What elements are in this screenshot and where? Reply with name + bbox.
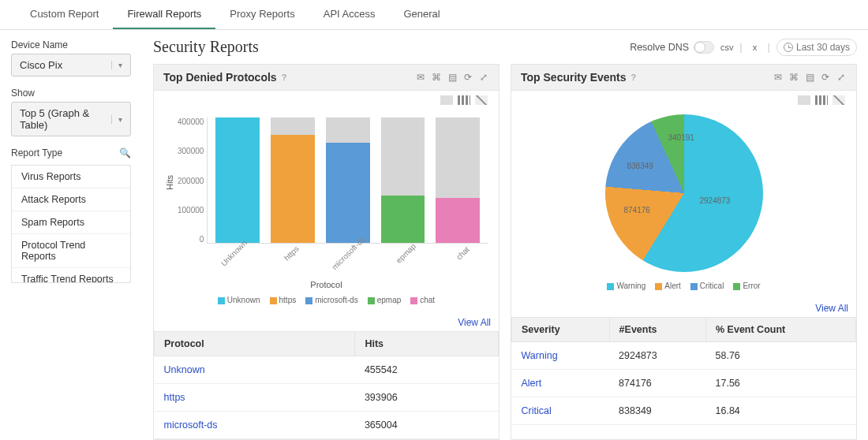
search-icon[interactable]: 🔍 — [119, 147, 131, 158]
severity-link[interactable]: Alert — [522, 378, 542, 389]
time-range-label: Last 30 days — [796, 42, 850, 53]
show-select[interactable]: Top 5 (Graph & Table) ▾ — [11, 102, 131, 136]
protocol-link[interactable]: https — [164, 392, 185, 403]
report-type-label: Report Type — [11, 147, 62, 158]
tab-general[interactable]: General — [389, 0, 454, 29]
chart-type-area-icon[interactable] — [798, 95, 810, 105]
header-right: Resolve DNS csv | x | Last 30 days — [630, 39, 857, 56]
card-security-events: Top Security Events ? ✉ ⌘ ▤ ⟳ ⤢ — [511, 64, 857, 440]
chart-type-line-icon[interactable] — [475, 95, 488, 105]
pie-slice-label: 2924873 — [700, 196, 731, 205]
show-label: Show — [11, 88, 131, 99]
separator: | — [768, 41, 770, 53]
schedule-icon[interactable]: ▤ — [447, 72, 458, 83]
protocol-link[interactable]: microsoft-ds — [164, 419, 218, 431]
chart-type-bar-icon[interactable] — [815, 95, 828, 105]
th-hits: Hits — [355, 332, 499, 356]
device-name-select[interactable]: Cisco Pix ▾ — [11, 54, 131, 76]
th-events: #Events — [609, 318, 705, 342]
hits-cell: 393906 — [355, 384, 499, 412]
tab-api-access[interactable]: API Access — [309, 0, 390, 29]
chart-type-line-icon[interactable] — [832, 95, 845, 105]
table-row: Warning292487358.76 — [512, 342, 856, 370]
expand-icon[interactable]: ⤢ — [478, 72, 489, 83]
time-range-picker[interactable]: Last 30 days — [776, 39, 857, 56]
bar-unknown[interactable] — [215, 117, 260, 243]
th-pct: % Event Count — [706, 318, 856, 342]
th-severity: Severity — [512, 318, 610, 342]
caret-down-icon: ▾ — [111, 61, 122, 69]
report-type-item[interactable]: Attack Reports — [12, 188, 130, 211]
chart-type-bar-icon[interactable] — [458, 95, 470, 105]
pie-slice-label: 838349 — [627, 162, 653, 170]
refresh-icon[interactable]: ⟳ — [820, 72, 831, 83]
report-type-item[interactable]: Spam Reports — [12, 211, 130, 234]
events-table: Severity #Events % Event Count Warning29… — [511, 317, 856, 425]
schedule-icon[interactable]: ▤ — [804, 72, 815, 83]
card-title: Top Security Events — [521, 71, 627, 84]
expand-icon[interactable]: ⤢ — [836, 72, 847, 83]
content: Security Reports Resolve DNS csv | x | L… — [142, 30, 868, 440]
toggle-switch[interactable] — [694, 41, 714, 54]
table-row: Alert87417617.56 — [512, 370, 856, 397]
pie-slice-label: 340191 — [668, 133, 694, 142]
pie-chart[interactable]: 2924873 874176 838349 340191 — [605, 114, 763, 272]
report-type-item[interactable]: Traffic Trend Reports — [12, 268, 130, 283]
bar-legend: Unknown https microsoft-ds epmap chat — [165, 289, 488, 311]
view-all-link[interactable]: View All — [458, 317, 491, 328]
device-name-value: Cisco Pix — [20, 59, 62, 71]
help-icon[interactable]: ? — [282, 73, 287, 82]
report-type-item[interactable]: Virus Reports — [12, 166, 130, 188]
table-row: https393906 — [155, 384, 499, 412]
device-name-label: Device Name — [11, 39, 131, 50]
y-ticks: 400000 300000 200000 100000 0 — [178, 117, 207, 244]
hits-cell: 365004 — [355, 412, 499, 439]
sidebar: Device Name Cisco Pix ▾ Show Top 5 (Grap… — [0, 30, 142, 440]
pct-cell: 17.56 — [706, 370, 856, 397]
page-title: Security Reports — [153, 38, 259, 56]
protocol-link[interactable]: Unknown — [164, 364, 205, 375]
table-row: microsoft-ds365004 — [155, 412, 499, 439]
card-denied-protocols: Top Denied Protocols ? ✉ ⌘ ▤ ⟳ ⤢ — [153, 64, 499, 440]
card-title: Top Denied Protocols — [163, 71, 277, 84]
refresh-icon[interactable]: ⟳ — [462, 72, 473, 83]
table-row: Critical83834916.84 — [512, 397, 856, 425]
pdf-icon[interactable]: ⌘ — [431, 72, 442, 83]
severity-link[interactable]: Warning — [522, 350, 558, 361]
y-axis-label: Hits — [165, 175, 174, 190]
view-all-link[interactable]: View All — [815, 303, 848, 314]
table-row: Unknown455542 — [155, 356, 499, 384]
report-type-item[interactable]: Protocol Trend Reports — [12, 234, 130, 268]
report-type-list[interactable]: Virus Reports Attack Reports Spam Report… — [11, 165, 131, 283]
pie-slice-label: 874176 — [624, 206, 650, 214]
caret-down-icon: ▾ — [111, 115, 122, 124]
email-icon[interactable]: ✉ — [773, 72, 784, 83]
bar-chart: Hits 400000 300000 200000 100000 0 — [165, 99, 488, 247]
denied-table: Protocol Hits Unknown455542 https393906 … — [154, 331, 499, 439]
pdf-icon[interactable]: ⌘ — [788, 72, 799, 83]
resolve-dns-toggle[interactable]: Resolve DNS — [630, 41, 714, 54]
th-protocol: Protocol — [155, 332, 355, 356]
top-tabs: Custom Report Firewall Reports Proxy Rep… — [0, 0, 868, 30]
events-cell: 838349 — [609, 397, 705, 425]
tab-proxy-reports[interactable]: Proxy Reports — [215, 0, 309, 29]
hits-cell: 455542 — [355, 356, 499, 384]
bar-https[interactable] — [271, 135, 315, 243]
events-cell: 2924873 — [609, 342, 705, 370]
x-axis-label: Protocol — [165, 280, 488, 289]
resolve-dns-label: Resolve DNS — [630, 42, 689, 53]
pie-legend: Warning Alert Critical Error — [522, 275, 845, 296]
chart-type-area-icon[interactable] — [440, 95, 453, 105]
export-xls-icon[interactable]: x — [749, 41, 761, 54]
bar-microsoft-ds[interactable] — [326, 143, 370, 243]
severity-link[interactable]: Critical — [522, 405, 552, 416]
export-csv-icon[interactable]: csv — [720, 41, 733, 54]
show-value: Top 5 (Graph & Table) — [20, 107, 111, 131]
events-cell: 874176 — [609, 370, 705, 397]
help-icon[interactable]: ? — [631, 73, 637, 82]
separator: | — [739, 41, 742, 53]
tab-firewall-reports[interactable]: Firewall Reports — [113, 0, 215, 29]
email-icon[interactable]: ✉ — [415, 72, 426, 83]
pct-cell: 16.84 — [706, 397, 856, 425]
tab-custom-report[interactable]: Custom Report — [16, 0, 113, 29]
